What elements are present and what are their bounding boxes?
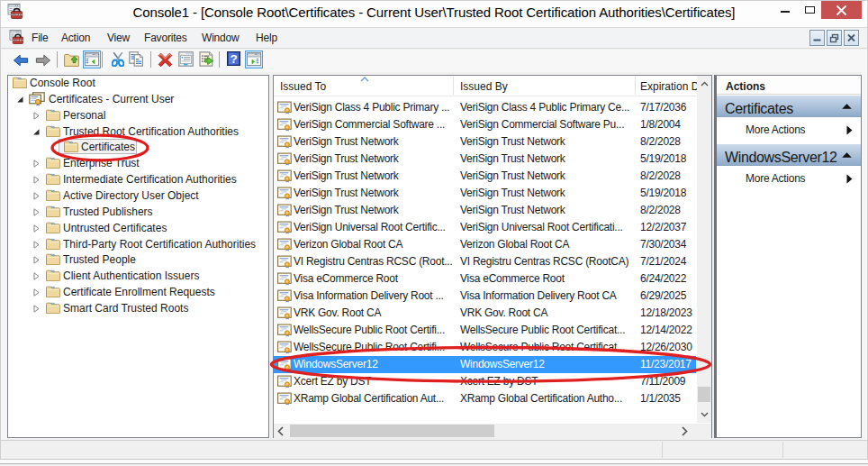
svg-text:?: ?	[230, 52, 237, 66]
